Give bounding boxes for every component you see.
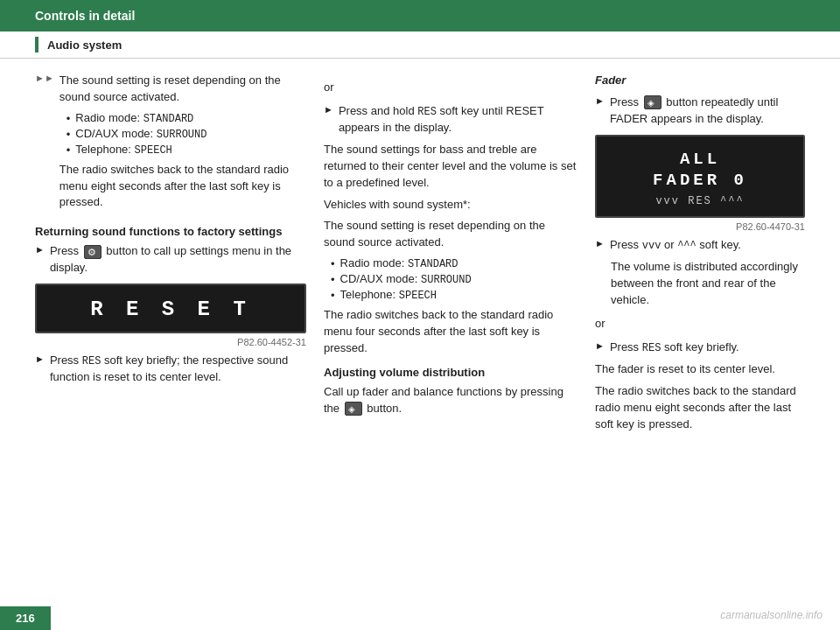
right-step3-note2: The radio switches back to the standard … — [595, 383, 805, 433]
res-key-2: RES — [417, 106, 437, 118]
intro-block: ►► The sound setting is reset depending … — [35, 73, 306, 216]
mid-bullet-dot-2: • — [331, 273, 335, 286]
right-step2-text: Press vvv or ^^^ soft key. — [610, 237, 805, 254]
right-step1-arrow-icon: ► — [595, 95, 605, 106]
settings-icon — [84, 245, 102, 259]
sub-header-title: Audio system — [47, 38, 122, 52]
bullet-telephone-label: Telephone: SPEECH — [75, 143, 172, 157]
left-column: ►► The sound setting is reset depending … — [35, 73, 306, 601]
intro-text: The sound setting is reset depending on … — [60, 73, 306, 106]
telephone-value: SPEECH — [135, 144, 172, 157]
right-step2: ► Press vvv or ^^^ soft key. — [595, 237, 805, 254]
section-title-adjusting: Adjusting volume distribution — [324, 366, 578, 379]
fader-display-screen: ALL FADER 0 vvv RES ^^^ — [595, 135, 805, 218]
res-key-3: RES — [642, 342, 662, 354]
left-step1: ► Press button to call up settings menu … — [35, 243, 306, 276]
double-arrow-icon: ►► — [35, 73, 54, 83]
mid-cdaux-value: SURROUND — [421, 274, 472, 286]
header-bar: Controls in detail — [0, 0, 840, 32]
screen1-text: R E S E T — [46, 298, 296, 323]
mid-bullet-telephone-label: Telephone: SPEECH — [340, 288, 437, 302]
left-note-text: The radio switches back to the standard … — [60, 162, 306, 212]
reset-display-screen: R E S E T — [35, 284, 306, 333]
mid-telephone-value: SPEECH — [399, 290, 437, 302]
radio-value: STANDARD — [144, 113, 194, 125]
right-step1: ► Press button repeatedly until FADER ap… — [595, 94, 805, 128]
right-step2-note: The volume is distributed accordingly be… — [595, 259, 805, 309]
bullet-cdaux: • CD/AUX mode: SURROUND — [60, 127, 306, 141]
cdaux-value: SURROUND — [157, 129, 207, 141]
mid-section-suffix: button. — [367, 402, 402, 415]
right-step1-text: Press button repeatedly until FADER appe… — [610, 94, 805, 128]
or-label-1: or — [324, 80, 578, 96]
mid-para1: The sound settings for bass and treble a… — [324, 142, 578, 192]
step1-arrow-icon: ► — [35, 244, 45, 255]
bullet-radio-label: Radio mode: STANDARD — [75, 111, 193, 125]
mid-bullet-cdaux-label: CD/AUX mode: SURROUND — [340, 272, 472, 286]
mid-para3: The sound setting is reset depending on … — [324, 218, 578, 251]
bullet-cdaux-label: CD/AUX mode: SURROUND — [75, 127, 206, 141]
mid-bullet-radio-label: Radio mode: STANDARD — [340, 256, 458, 270]
left-step2-text: Press RES soft key briefly; the respecti… — [50, 353, 306, 386]
screen2-line2: FADER 0 — [606, 170, 794, 192]
content-area: ►► The sound setting is reset depending … — [0, 59, 840, 610]
mid-bullet-radio: • Radio mode: STANDARD — [324, 256, 578, 270]
left-step1-text: Press button to call up settings menu in… — [50, 243, 306, 276]
mid-para2: Vehicles with sound system*: — [324, 197, 578, 214]
bullet-dot-2: • — [66, 128, 71, 141]
caret-keys: ^^^ — [677, 240, 696, 252]
mid-bullet-cdaux: • CD/AUX mode: SURROUND — [324, 272, 578, 286]
right-step2-arrow-icon: ► — [595, 238, 605, 248]
right-column: Fader ► Press button repeatedly until FA… — [595, 73, 805, 601]
right-step3-arrow-icon: ► — [595, 340, 605, 351]
left-step2: ► Press RES soft key briefly; the respec… — [35, 353, 306, 386]
step2-arrow-icon: ► — [35, 354, 45, 364]
mid-radio-value: STANDARD — [408, 258, 458, 270]
mid-step1-arrow-icon: ► — [324, 104, 333, 115]
mid-section-text: Call up fader and balance functions by p… — [324, 384, 578, 417]
res-key-1: RES — [82, 355, 102, 368]
mid-note-text: The radio switches back to the standard … — [324, 307, 578, 357]
mid-step1-text: Press and hold RES soft key until RESET … — [339, 103, 578, 136]
screen2-caption: P82.60-4470-31 — [595, 221, 805, 232]
sub-header: Audio system — [0, 32, 840, 59]
mid-bullet-telephone: • Telephone: SPEECH — [324, 288, 578, 302]
mid-bullet-dot-3: • — [331, 289, 335, 302]
screen2-line1: ALL — [606, 149, 794, 171]
page-wrapper: Controls in detail Audio system ►► The s… — [0, 0, 840, 630]
bullet-dot-1: • — [66, 112, 71, 125]
right-step3-note1: The fader is reset to its center level. — [595, 361, 805, 378]
screen1-caption: P82.60-4452-31 — [35, 337, 306, 347]
fader-title: Fader — [595, 73, 805, 89]
bullet-telephone: • Telephone: SPEECH — [60, 143, 306, 157]
right-step3-text: Press RES soft key briefly. — [610, 340, 805, 356]
section-title-returning: Returning sound functions to factory set… — [35, 225, 306, 238]
mid-step1: ► Press and hold RES soft key until RESE… — [324, 103, 578, 136]
bullet-radio: • Radio mode: STANDARD — [60, 111, 306, 125]
or-label-2: or — [595, 316, 805, 332]
page-number: 216 — [0, 606, 51, 630]
screen2-line3: vvv RES ^^^ — [606, 195, 794, 207]
vvv-keys: vvv — [642, 240, 662, 252]
watermark: carmanualsonline.info — [720, 609, 822, 621]
fader-icon-2 — [644, 95, 662, 109]
middle-column: or ► Press and hold RES soft key until R… — [324, 73, 578, 601]
sub-header-bar — [35, 37, 38, 52]
bullet-dot-3: • — [66, 144, 71, 157]
mid-bullet-dot-1: • — [331, 257, 335, 270]
fader-icon — [345, 402, 362, 416]
right-step3: ► Press RES soft key briefly. — [595, 340, 805, 356]
header-title: Controls in detail — [35, 9, 135, 23]
